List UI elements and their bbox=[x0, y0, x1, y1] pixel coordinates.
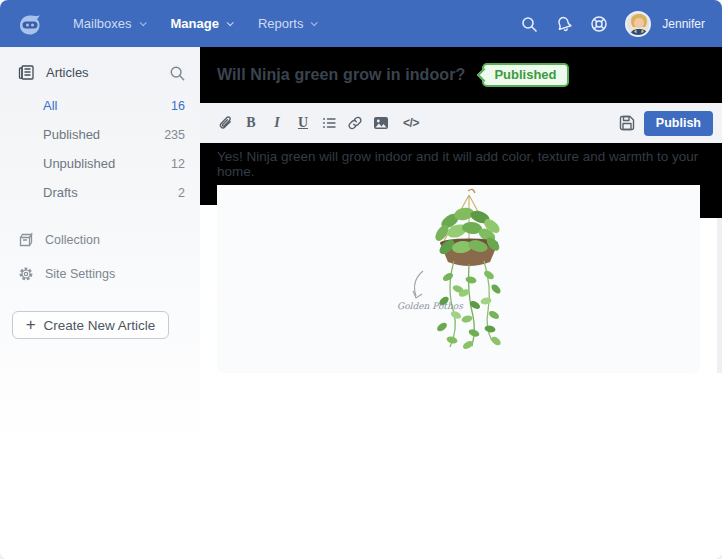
app-window: Mailboxes Manage Reports bbox=[0, 0, 722, 559]
editor-toolbar: B I U bbox=[200, 103, 722, 143]
notification-bell-icon[interactable] bbox=[553, 12, 576, 35]
gear-icon bbox=[18, 266, 34, 282]
code-icon[interactable]: </> bbox=[399, 115, 423, 131]
filter-count: 12 bbox=[171, 157, 185, 171]
sidebar: Articles All 16 Published 235 Unpublishe… bbox=[0, 47, 200, 559]
chevron-down-icon bbox=[311, 19, 318, 26]
article-title[interactable]: Will Ninja green grow in indoor? bbox=[217, 66, 465, 84]
save-floppy-icon[interactable] bbox=[618, 114, 636, 132]
sidebar-link-label: Collection bbox=[45, 233, 100, 247]
chevron-down-icon bbox=[227, 19, 234, 26]
sidebar-links: Collection Site Settings bbox=[0, 223, 200, 291]
sidebar-filter-drafts[interactable]: Drafts 2 bbox=[0, 178, 200, 207]
user-name-label[interactable]: Jennifer bbox=[662, 17, 705, 31]
filter-count: 2 bbox=[178, 186, 185, 200]
sidebar-link-label: Site Settings bbox=[45, 267, 115, 281]
sidebar-filter-all[interactable]: All 16 bbox=[0, 91, 200, 120]
bold-label: B bbox=[246, 115, 255, 131]
nav-menu-manage[interactable]: Manage bbox=[171, 16, 232, 31]
nav-menu-reports[interactable]: Reports bbox=[258, 16, 317, 31]
filter-count: 235 bbox=[164, 128, 185, 142]
top-navbar: Mailboxes Manage Reports bbox=[0, 0, 722, 47]
underline-label: U bbox=[298, 115, 308, 131]
intro-paragraph-row: Yes! Ninja green will grow indoor and it… bbox=[200, 143, 722, 185]
intro-paragraph[interactable]: Yes! Ninja green will grow indoor and it… bbox=[217, 149, 722, 179]
sidebar-item-collection[interactable]: Collection bbox=[0, 223, 200, 257]
filter-label: Published bbox=[43, 127, 100, 142]
collection-box-icon bbox=[18, 232, 34, 248]
italic-button[interactable]: I bbox=[269, 115, 285, 131]
nav-menu-label: Manage bbox=[171, 16, 219, 31]
overlay-strip-left bbox=[200, 185, 217, 205]
link-icon[interactable] bbox=[347, 115, 363, 131]
user-avatar[interactable] bbox=[625, 11, 651, 37]
plus-icon: + bbox=[26, 316, 36, 333]
underline-button[interactable]: U bbox=[295, 115, 311, 131]
sidebar-search-icon[interactable] bbox=[169, 65, 185, 81]
nav-menu-label: Reports bbox=[258, 16, 304, 31]
toolbar-right-group: Publish bbox=[618, 111, 713, 136]
create-new-article-button[interactable]: + Create New Article bbox=[12, 311, 169, 339]
nav-menu-mailboxes[interactable]: Mailboxes bbox=[73, 16, 145, 31]
sidebar-filter-unpublished[interactable]: Unpublished 12 bbox=[0, 149, 200, 178]
chevron-down-icon bbox=[139, 19, 146, 26]
sidebar-header: Articles bbox=[0, 47, 200, 91]
attachment-paperclip-icon[interactable] bbox=[217, 115, 233, 131]
filter-label: Drafts bbox=[43, 185, 78, 200]
navbar-right-group: Jennifer bbox=[520, 11, 705, 37]
filter-count: 16 bbox=[171, 99, 185, 113]
sidebar-title: Articles bbox=[46, 65, 89, 80]
overlay-strip-right bbox=[700, 185, 722, 218]
sidebar-filter-published[interactable]: Published 235 bbox=[0, 120, 200, 149]
filter-label: All bbox=[43, 98, 57, 113]
nav-menu-label: Mailboxes bbox=[73, 16, 132, 31]
help-lifebuoy-icon[interactable] bbox=[590, 15, 608, 33]
create-button-label: Create New Article bbox=[44, 318, 156, 333]
golden-pothos-plant-image: Golden Pothos bbox=[367, 187, 577, 363]
filter-label: Unpublished bbox=[43, 156, 115, 171]
bullet-list-icon[interactable] bbox=[321, 115, 337, 131]
main-content: Will Ninja green grow in indoor? Publish… bbox=[200, 47, 722, 559]
helpscout-logo-icon[interactable] bbox=[17, 11, 43, 37]
article-image-card[interactable]: Golden Pothos bbox=[217, 185, 700, 373]
articles-icon bbox=[18, 64, 35, 81]
status-badge: Published bbox=[482, 63, 568, 87]
bold-button[interactable]: B bbox=[243, 115, 259, 131]
code-label: </> bbox=[403, 116, 419, 130]
italic-label: I bbox=[274, 115, 279, 131]
publish-button[interactable]: Publish bbox=[644, 111, 713, 136]
search-icon[interactable] bbox=[520, 15, 538, 33]
image-caption: Golden Pothos bbox=[397, 301, 464, 311]
article-title-bar: Will Ninja green grow in indoor? Publish… bbox=[200, 47, 722, 103]
sidebar-item-site-settings[interactable]: Site Settings bbox=[0, 257, 200, 291]
image-icon[interactable] bbox=[373, 115, 389, 131]
